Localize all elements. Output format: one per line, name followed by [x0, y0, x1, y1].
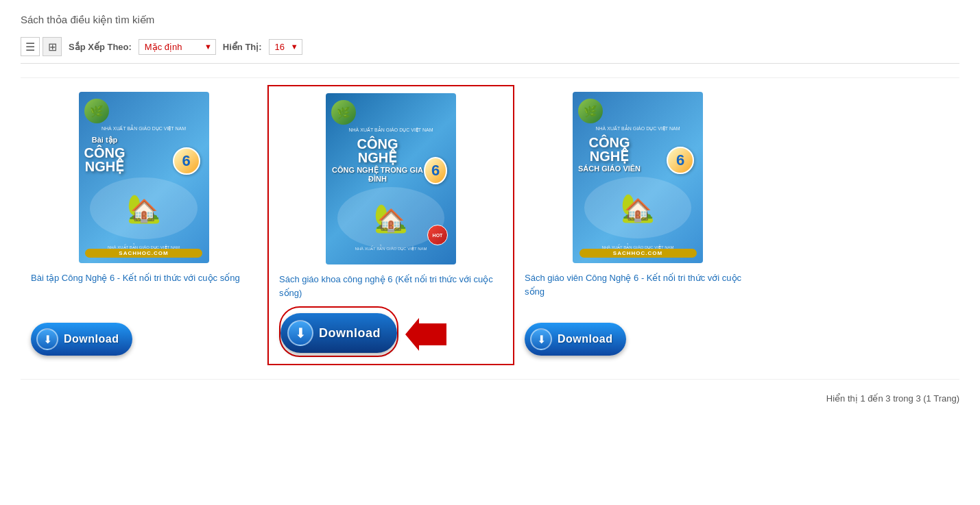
download-row-1: ⬇ Download	[31, 317, 132, 358]
book-bottom-1: SACHHOC.COM	[85, 249, 202, 258]
grid-icon: ⊞	[48, 40, 57, 53]
book-logo-3: 🌿	[578, 99, 603, 123]
download-icon-1: ⬇	[36, 328, 58, 350]
download-highlight-border: ⬇ Download	[279, 306, 398, 357]
download-arrow-icon-3: ⬇	[537, 333, 546, 346]
book-title-2: CÔNGNGHỆ	[331, 137, 424, 164]
list-view-button[interactable]: ☰	[21, 37, 40, 56]
book-image-3: 🏡	[584, 177, 692, 238]
view-toggle: ☰ ⊞	[21, 37, 62, 56]
book-number-2: 6	[424, 157, 447, 184]
svg-marker-0	[405, 318, 446, 351]
download-btn-inner-1: ⬇ Download	[31, 323, 132, 356]
left-arrow-icon	[405, 318, 446, 351]
products-grid: 🌿 NHÀ XUẤT BẢN GIÁO DỤC VIỆT NAM Bài tập…	[21, 77, 959, 365]
book-subtitle-2: NHÀ XUẤT BẢN GIÁO DỤC VIỆT NAM	[349, 127, 433, 133]
product-item-2: 🌿 NHÀ XUẤT BẢN GIÁO DỤC VIỆT NAM CÔNGNGH…	[267, 85, 514, 365]
book-logo-2: 🌿	[331, 100, 356, 125]
book-sub-3: SÁCH GIÁO VIÊN	[578, 164, 641, 173]
product-item-1: 🌿 NHÀ XUẤT BẢN GIÁO DỤC VIỆT NAM Bài tập…	[21, 85, 267, 365]
sort-select[interactable]: Mặc địnhTên A-ZTên Z-AGiá tăng dầnGiá gi…	[139, 39, 216, 55]
book-subtitle-1: NHÀ XUẤT BẢN GIÁO DỤC VIỆT NAM	[101, 126, 186, 132]
book-cover-3[interactable]: 🌿 NHÀ XUẤT BẢN GIÁO DỤC VIỆT NAM CÔNGNGH…	[573, 92, 703, 263]
product-title-3[interactable]: Sách giáo viên Công Nghệ 6 - Kết nối tri…	[525, 271, 751, 298]
product-item-3: 🌿 NHÀ XUẤT BẢN GIÁO DỤC VIỆT NAM CÔNGNGH…	[514, 85, 761, 365]
book-title-3: CÔNGNGHỆ	[578, 136, 641, 163]
product-title-2[interactable]: Sách giáo khoa công nghệ 6 (Kết nối tri …	[279, 273, 503, 299]
list-icon: ☰	[25, 40, 35, 53]
book-cover-2[interactable]: 🌿 NHÀ XUẤT BẢN GIÁO DỤC VIỆT NAM CÔNGNGH…	[326, 93, 456, 264]
display-label: Hiển Thị:	[223, 42, 262, 52]
download-button-3[interactable]: ⬇ Download	[525, 323, 626, 356]
download-btn-inner-2: ⬇ Download	[280, 313, 397, 353]
book-sub-2: CÔNG NGHỆ TRONG GIA ĐÌNH	[331, 166, 424, 183]
footer-info: Hiển thị 1 đến 3 trong 3 (1 Trang)	[21, 379, 959, 404]
display-select[interactable]: 8162432	[269, 39, 302, 55]
arrow-indicator	[405, 318, 446, 351]
download-icon-2: ⬇	[287, 320, 313, 346]
display-select-wrapper: 8162432 ▼	[269, 39, 302, 55]
book-publisher-2: NHÀ XUẤT BẢN GIÁO DỤC VIỆT NAM	[326, 246, 456, 251]
download-row-2: ⬇ Download	[279, 306, 446, 357]
sort-label: Sắp Xếp Theo:	[69, 42, 132, 52]
page-title: Sách thỏa điều kiện tìm kiếm	[21, 14, 959, 26]
grid-view-button[interactable]: ⊞	[43, 37, 62, 56]
download-icon-3: ⬇	[530, 328, 552, 350]
book-image-1: 🏡	[90, 177, 198, 239]
hot-badge: HOT	[427, 225, 448, 245]
book-title-1: CÔNGNGHỆ	[84, 146, 126, 173]
download-btn-inner-3: ⬇ Download	[525, 323, 626, 356]
download-arrow-icon-2: ⬇	[295, 325, 307, 341]
download-button-2[interactable]: ⬇ Download	[280, 313, 397, 353]
download-arrow-icon-1: ⬇	[43, 333, 52, 346]
sort-select-wrapper: Mặc địnhTên A-ZTên Z-AGiá tăng dầnGiá gi…	[139, 39, 216, 55]
download-text-1: Download	[64, 333, 119, 345]
download-text-2: Download	[319, 326, 381, 341]
download-text-3: Download	[558, 333, 612, 345]
product-title-1[interactable]: Bài tập Công Nghệ 6 - Kết nối tri thức v…	[31, 271, 240, 285]
book-subtitle-3: NHÀ XUẤT BẢN GIÁO DỤC VIỆT NAM	[596, 126, 680, 132]
book-main-1: Bài tập	[84, 136, 126, 145]
toolbar: ☰ ⊞ Sắp Xếp Theo: Mặc địnhTên A-ZTên Z-A…	[21, 37, 959, 64]
book-number-1: 6	[173, 147, 200, 175]
book-number-3: 6	[667, 147, 694, 174]
download-row-3: ⬇ Download	[525, 317, 626, 358]
book-cover-1[interactable]: 🌿 NHÀ XUẤT BẢN GIÁO DỤC VIỆT NAM Bài tập…	[79, 92, 209, 263]
download-button-1[interactable]: ⬇ Download	[31, 323, 132, 356]
book-bottom-3: SACHHOC.COM	[579, 249, 697, 258]
book-logo-1: 🌿	[84, 99, 109, 123]
